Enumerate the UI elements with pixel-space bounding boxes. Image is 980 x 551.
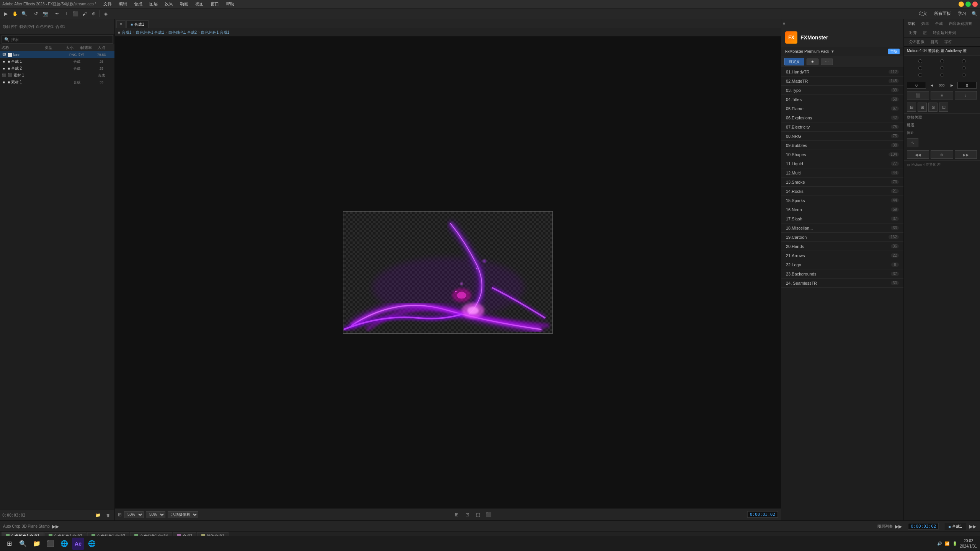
fxm-star-btn[interactable]: ★ xyxy=(807,59,818,65)
tool-paint[interactable]: 🖌 xyxy=(80,10,89,18)
workspace-tab-learn[interactable]: 学习 xyxy=(955,10,969,17)
view-select[interactable]: 活动摄像机 xyxy=(168,511,198,518)
props-subtab-more[interactable]: 转面延对开列 xyxy=(931,29,958,36)
fit-select[interactable]: 50% xyxy=(146,511,165,518)
market-badge[interactable]: 市场 xyxy=(888,49,900,54)
menu-effect[interactable]: 效果 xyxy=(162,0,176,8)
menu-view[interactable]: 视图 xyxy=(192,0,207,8)
fxm-category-09[interactable]: 09.Bubbles38 xyxy=(781,141,903,150)
transform-circle-01[interactable] xyxy=(940,59,944,63)
menu-layer[interactable]: 图层 xyxy=(146,0,161,8)
fxm-category-19[interactable]: 19.Cartoon162 xyxy=(781,233,903,242)
tool-zoom[interactable]: 🔍 xyxy=(20,10,28,18)
expand-all-btn[interactable]: ▶▶ xyxy=(894,522,903,531)
props-tab-rotate[interactable]: 旋转 xyxy=(905,20,918,27)
file-item-comp1[interactable]: ■ ■ 合成 1 合成 25 xyxy=(0,58,114,65)
expand-icon[interactable]: ▼ xyxy=(831,49,835,54)
fxm-category-21[interactable]: 21.Arrows22 xyxy=(781,251,903,260)
tool-camera[interactable]: 📷 xyxy=(41,10,49,18)
fxm-category-05[interactable]: 05.Flame67 xyxy=(781,104,903,113)
timeline-expand-right[interactable]: ▶▶ xyxy=(969,522,977,531)
workspace-tab-define[interactable]: 定义 xyxy=(916,10,930,17)
fxm-category-12[interactable]: 12.Multi44 xyxy=(781,168,903,178)
close-button[interactable] xyxy=(972,2,978,7)
breadcrumb-1[interactable]: 白色纯色1 合成1 xyxy=(136,30,164,35)
transform-circle-22[interactable] xyxy=(962,73,966,77)
file-item-asset2[interactable]: ■ ■ 素材 1 合成 33 xyxy=(0,79,114,86)
fxm-category-18[interactable]: 18.Miscellan...33 xyxy=(781,223,903,233)
taskbar-terminal-btn[interactable]: ⬛ xyxy=(44,538,57,550)
timecode-display[interactable]: 0:00:03:02 xyxy=(747,511,778,518)
menu-file[interactable]: 文件 xyxy=(100,0,115,8)
file-item-comp2[interactable]: ■ ■ 合成 2 合成 25 xyxy=(0,65,114,72)
menu-window[interactable]: 窗口 xyxy=(207,0,222,8)
fxm-category-02[interactable]: 02.MatteTR145 xyxy=(781,77,903,86)
fxm-category-22[interactable]: 22.Logo8 xyxy=(781,260,903,269)
transform-circle-12[interactable] xyxy=(962,66,966,70)
action-btn-1[interactable]: ⬛ xyxy=(907,91,929,99)
tool-rotate[interactable]: ↺ xyxy=(32,10,40,18)
timeline-timecode[interactable]: 0:00:03:02 xyxy=(908,523,939,530)
fxm-category-04[interactable]: 04.Titles58 xyxy=(781,95,903,104)
menu-anim[interactable]: 动画 xyxy=(177,0,191,8)
align-btn-horiz[interactable]: ⊟ xyxy=(907,103,916,112)
menu-edit[interactable]: 编辑 xyxy=(116,0,130,8)
tool-shape[interactable]: ⬛ xyxy=(71,10,80,18)
tool-text[interactable]: T xyxy=(62,10,70,18)
toggle-grid-btn[interactable]: ⊞ xyxy=(452,510,461,519)
tool-hand[interactable]: ✋ xyxy=(11,10,19,18)
fxm-category-10[interactable]: 10.Shapes104 xyxy=(781,150,903,159)
fxm-category-06[interactable]: 06.Explosions42 xyxy=(781,113,903,122)
timeline-expand-btn[interactable]: ▶▶ xyxy=(51,522,60,531)
file-item-asset1[interactable]: ⬛ ⬛ 素材 1 合成 xyxy=(0,72,114,79)
props-subtab-align[interactable]: 对齐 xyxy=(907,29,919,36)
menu-help[interactable]: 帮助 xyxy=(223,0,237,8)
transform-circle-11[interactable] xyxy=(940,66,944,70)
nudge-right-btn[interactable]: ▶ xyxy=(948,82,955,89)
fxm-category-07[interactable]: 07.Electricity75 xyxy=(781,122,903,132)
align-btn-vert[interactable]: ⊞ xyxy=(918,103,927,112)
new-comp-btn[interactable]: 🗑 xyxy=(104,511,112,520)
taskbar-search-btn[interactable]: 🔍 xyxy=(17,538,29,550)
breadcrumb-0[interactable]: 合成1 xyxy=(122,30,132,35)
props-tab-effect[interactable]: 效果 xyxy=(919,20,931,27)
search-btn[interactable]: 🔍 xyxy=(970,10,978,18)
y-input[interactable] xyxy=(957,82,977,89)
menu-comp[interactable]: 合成 xyxy=(131,0,145,8)
fxm-custom-btn[interactable]: 自定义 xyxy=(784,58,804,65)
minimize-button[interactable] xyxy=(959,2,964,7)
fxm-category-08[interactable]: 08.NRG75 xyxy=(781,132,903,141)
taskbar-browser-btn[interactable]: 🌐 xyxy=(86,538,98,550)
fxm-category-14[interactable]: 14.Rocks21 xyxy=(781,187,903,196)
fxm-category-01[interactable]: 01.HandyTR112 xyxy=(781,67,903,77)
props-subtab-map[interactable]: 分布图像 xyxy=(907,39,927,46)
align-btn-space[interactable]: ⊠ xyxy=(928,103,938,112)
nudge-left-btn[interactable]: ◀ xyxy=(928,82,935,89)
fxm-category-20[interactable]: 20.Hands36 xyxy=(781,242,903,251)
tool-puppet[interactable]: ◈ xyxy=(101,10,110,18)
timeline-comp-tab[interactable]: ■ 合成1 xyxy=(944,523,966,530)
fxm-category-24[interactable]: 24. SeamlessTR30 xyxy=(781,279,903,288)
comp-panel-menu[interactable]: ≡ xyxy=(116,20,126,28)
props-tab-comp[interactable]: 合成 xyxy=(933,20,945,27)
transform-circle-00[interactable] xyxy=(918,59,922,63)
transform-circle-02[interactable] xyxy=(962,59,966,63)
props-subtab-char[interactable]: 字符 xyxy=(942,39,954,46)
workspace-tab-all[interactable]: 所有面板 xyxy=(931,10,954,17)
zoom-select[interactable]: 50% xyxy=(124,511,144,518)
toggle-mask-btn[interactable]: ⬚ xyxy=(474,510,482,519)
breadcrumb-2[interactable]: 白色纯色1 合成2 xyxy=(168,30,197,35)
fxm-more-btn[interactable]: ⋯ xyxy=(821,59,833,65)
transform-circle-20[interactable] xyxy=(918,73,922,77)
props-subtab-tile[interactable]: 拼高 xyxy=(928,39,941,46)
transform-circle-10[interactable] xyxy=(918,66,922,70)
fxm-category-16[interactable]: 16.Neon59 xyxy=(781,205,903,214)
tool-pen[interactable]: ✒ xyxy=(53,10,61,18)
breadcrumb-3[interactable]: 白色纯色1 合成1 xyxy=(201,30,229,35)
toggle-safe-zone-btn[interactable]: ⊡ xyxy=(463,510,472,519)
nudge-center-btn[interactable]: 000 xyxy=(936,82,947,89)
new-folder-btn[interactable]: 📁 xyxy=(94,511,102,520)
fxm-category-17[interactable]: 17.Slash37 xyxy=(781,214,903,223)
fxm-category-23[interactable]: 23.Backgrounds37 xyxy=(781,269,903,279)
fx-panel-expand[interactable]: ≡ xyxy=(783,21,785,26)
